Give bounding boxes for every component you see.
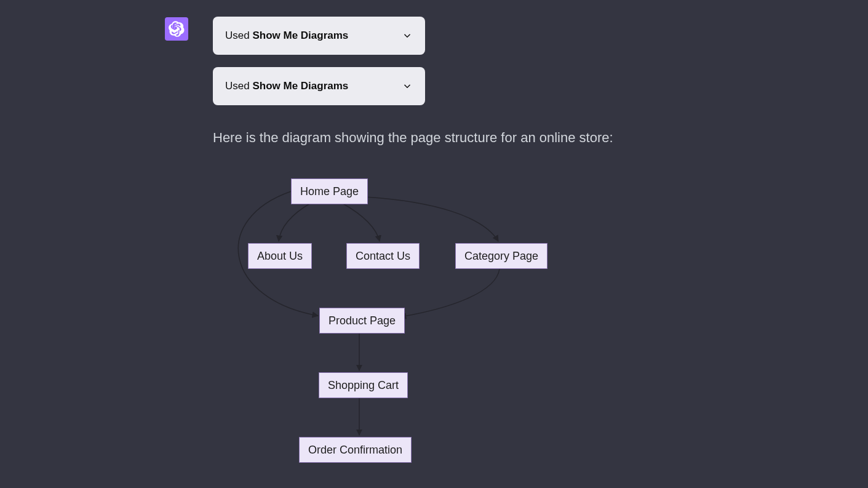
assistant-avatar [165, 17, 188, 41]
plugin-call-collapsible[interactable]: Used Show Me Diagrams [213, 67, 425, 105]
diagram: Home Page About Us Contact Us Category P… [213, 177, 557, 478]
diagram-node-category: Category Page [455, 243, 547, 269]
message-content: Used Show Me Diagrams Used Show Me Diagr… [213, 17, 613, 478]
chevron-down-icon [402, 30, 413, 41]
diagram-node-cart: Shopping Cart [319, 372, 408, 398]
plugin-call-label: Used Show Me Diagrams [225, 80, 348, 92]
diagram-node-about: About Us [248, 243, 312, 269]
openai-logo-icon [169, 21, 185, 37]
diagram-node-home: Home Page [291, 178, 368, 204]
message-text: Here is the diagram showing the page str… [213, 130, 613, 146]
plugin-call-collapsible[interactable]: Used Show Me Diagrams [213, 17, 425, 55]
chevron-down-icon [402, 81, 413, 92]
diagram-node-product: Product Page [319, 308, 405, 334]
diagram-node-contact: Contact Us [346, 243, 420, 269]
plugin-call-label: Used Show Me Diagrams [225, 30, 348, 42]
diagram-node-order: Order Confirmation [299, 437, 412, 463]
